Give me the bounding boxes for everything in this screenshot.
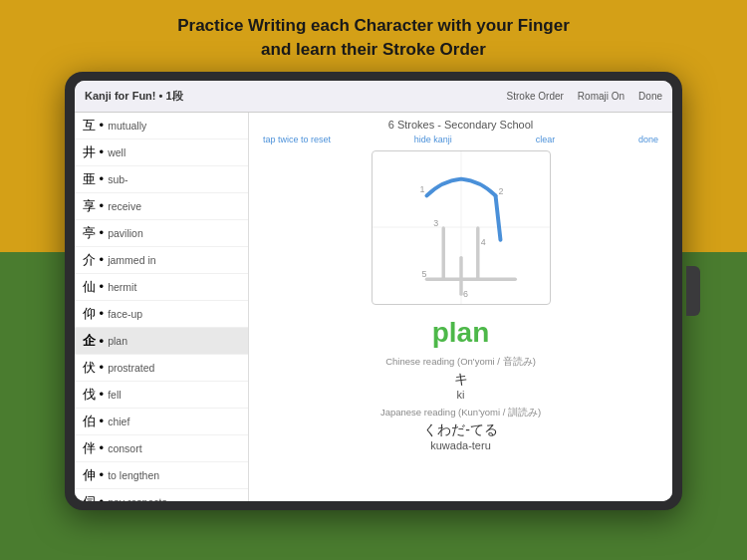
- sidebar-item[interactable]: 享 • receive: [75, 193, 248, 220]
- done-button[interactable]: Done: [638, 91, 662, 102]
- kanji-char: 伯 •: [83, 413, 104, 430]
- kanji-char: 井 •: [83, 143, 104, 161]
- chinese-romaji: ki: [249, 389, 672, 401]
- kanji-char: 仰 •: [83, 305, 104, 323]
- done-stroke-button[interactable]: done: [638, 135, 658, 144]
- kanji-char: 伺 •: [83, 493, 104, 501]
- svg-text:3: 3: [433, 218, 438, 228]
- kanji-char: 亜 •: [83, 170, 104, 188]
- sidebar-item[interactable]: 伺 • pay respects: [75, 489, 248, 501]
- japanese-reading-label: Japanese reading (Kun'yomi / 訓読み): [249, 407, 672, 420]
- kanji-char: 伐 •: [83, 386, 104, 404]
- sidebar-item[interactable]: 伯 • chief: [75, 409, 248, 435]
- kanji-char: 亭 •: [83, 224, 104, 242]
- kanji-char: 伏 •: [83, 359, 104, 377]
- sidebar-item[interactable]: 伴 • consort: [75, 435, 248, 462]
- chinese-reading-label: Chinese reading (On'yomi / 音読み): [249, 356, 672, 369]
- kanji-meaning: sub-: [108, 173, 127, 185]
- nav-title: Kanji for Fun! • 1段: [85, 89, 507, 104]
- main-content: 互 • mutually井 • well亜 • sub-享 • receive亭…: [75, 113, 672, 501]
- clear-button[interactable]: clear: [536, 135, 556, 144]
- app-screen: Kanji for Fun! • 1段 Stroke Order Romaji …: [75, 81, 672, 501]
- stroke-info: 6 Strokes - Secondary School: [249, 113, 672, 133]
- kanji-meaning: fell: [108, 389, 121, 401]
- japanese-reading-section: Japanese reading (Kun'yomi / 訓読み) くわだ-てる…: [249, 404, 672, 454]
- kanji-meaning: plan: [108, 335, 127, 347]
- japanese-kana: くわだ-てる: [249, 421, 672, 439]
- kanji-char: 互 •: [83, 117, 104, 135]
- stroke-controls: tap twice to reset hide kanji clear done: [249, 133, 672, 146]
- kanji-meaning: prostrated: [108, 362, 154, 374]
- sidebar-item[interactable]: 亜 • sub-: [75, 166, 248, 193]
- svg-text:2: 2: [498, 186, 503, 196]
- chinese-reading-section: Chinese reading (On'yomi / 音読み) キ ki: [249, 353, 672, 404]
- detail-panel: 6 Strokes - Secondary School tap twice t…: [249, 113, 672, 501]
- sidebar-item[interactable]: 介 • jammed in: [75, 247, 248, 274]
- device-frame: Kanji for Fun! • 1段 Stroke Order Romaji …: [65, 72, 682, 510]
- svg-text:4: 4: [480, 236, 485, 246]
- sidebar-item[interactable]: 企 • plan: [75, 328, 248, 355]
- word-display: plan: [249, 309, 672, 353]
- sidebar-item[interactable]: 伐 • fell: [75, 382, 248, 409]
- kanji-char: 介 •: [83, 251, 104, 269]
- sidebar-item[interactable]: 仙 • hermit: [75, 274, 248, 301]
- app-header: Practice Writing each Character with you…: [157, 0, 590, 72]
- kanji-meaning: hermit: [108, 281, 136, 293]
- chinese-kana: キ: [249, 371, 672, 389]
- hide-kanji-button[interactable]: hide kanji: [414, 135, 452, 144]
- stroke-order-label: Stroke Order: [507, 91, 564, 102]
- svg-text:5: 5: [421, 269, 426, 279]
- sidebar-item[interactable]: 井 • well: [75, 140, 248, 166]
- japanese-romaji: kuwada-teru: [249, 439, 672, 451]
- header-line2: and learn their Stroke Order: [177, 38, 570, 62]
- sidebar-item[interactable]: 仰 • face-up: [75, 301, 248, 328]
- sidebar-item[interactable]: 亭 • pavilion: [75, 220, 248, 247]
- kanji-meaning: well: [108, 146, 125, 158]
- nav-bar: Kanji for Fun! • 1段 Stroke Order Romaji …: [75, 81, 672, 113]
- tap-hint: tap twice to reset: [263, 135, 331, 144]
- kanji-list: 互 • mutually井 • well亜 • sub-享 • receive亭…: [75, 113, 249, 501]
- kanji-meaning: receive: [108, 200, 141, 212]
- svg-text:1: 1: [419, 184, 424, 194]
- kanji-char: 伸 •: [83, 466, 104, 484]
- header-line1: Practice Writing each Character with you…: [177, 14, 570, 38]
- nav-actions: Stroke Order Romaji On Done: [507, 91, 662, 102]
- stroke-canvas[interactable]: 1 2 3 4 5 6: [372, 150, 551, 305]
- kanji-meaning: pay respects: [108, 496, 167, 501]
- kanji-meaning: pavilion: [108, 227, 143, 239]
- kanji-meaning: chief: [108, 416, 129, 427]
- kanji-char: 伴 •: [83, 439, 104, 457]
- sidebar-item[interactable]: 伏 • prostrated: [75, 355, 248, 382]
- romaji-toggle[interactable]: Romaji On: [578, 91, 624, 102]
- sidebar-item[interactable]: 伸 • to lengthen: [75, 462, 248, 489]
- kanji-char: 享 •: [83, 197, 104, 215]
- svg-text:6: 6: [462, 289, 467, 299]
- kanji-meaning: to lengthen: [108, 469, 159, 481]
- sidebar-item[interactable]: 互 • mutually: [75, 113, 248, 140]
- kanji-meaning: mutually: [108, 120, 146, 132]
- kanji-char: 仙 •: [83, 278, 104, 296]
- kanji-meaning: jammed in: [108, 254, 155, 266]
- kanji-meaning: face-up: [108, 308, 142, 320]
- kanji-char: 企 •: [83, 332, 104, 350]
- kanji-meaning: consort: [108, 442, 141, 454]
